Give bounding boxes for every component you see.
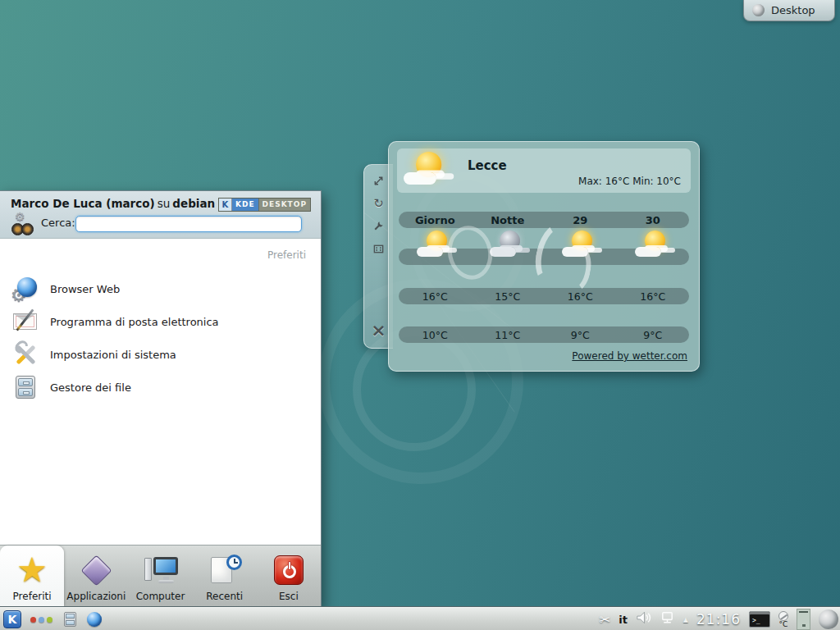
favorite-item-browser-web[interactable]: ⚙ Browser Web (0, 272, 321, 305)
kde-desktop-badge: K KDE DESKTOP (218, 198, 311, 212)
favorites-list: ⚙ Browser Web Programma di posta elettro… (0, 272, 321, 404)
credit-link[interactable]: Powered by wetter.com (572, 350, 687, 362)
column-label: 29 (544, 214, 617, 226)
host-name: debian (172, 197, 215, 210)
rotate-icon[interactable]: ↻ (373, 198, 384, 209)
network-monitor-icon[interactable] (660, 611, 675, 628)
search-binoculars-icon: ⚙ (11, 212, 34, 235)
terminal-tray-icon[interactable]: >_ (749, 611, 770, 628)
resize-icon[interactable] (372, 175, 385, 187)
section-label: Preferiti (267, 249, 306, 261)
day-temp: 16°C (544, 290, 617, 303)
column-label: Giorno (399, 214, 472, 226)
column-label: 30 (617, 214, 690, 226)
kickoff-launcher: Marco De Luca (marco)sudebian K KDE DESK… (0, 190, 322, 607)
bottom-panel: K ✂ it ▲ 21:16 >_ (0, 607, 840, 630)
sun-cloud-icon (635, 231, 671, 258)
item-label: Programma di posta elettronica (50, 316, 219, 328)
computer-monitor-icon (142, 553, 180, 587)
search-input[interactable] (75, 216, 302, 232)
applications-diamond-icon (85, 553, 107, 587)
kmenu-button[interactable]: K (3, 610, 21, 628)
close-icon[interactable]: × (371, 323, 386, 338)
item-label: Gestore dei file (50, 381, 131, 394)
user-name: Marco De Luca (marco) (11, 197, 155, 210)
power-exit-icon (274, 553, 304, 587)
gear-icon: ⚙ (15, 210, 25, 223)
day-temp: 16°C (399, 290, 472, 303)
pager-dot-green (47, 617, 52, 623)
current-condition-sun-cloud-icon (404, 152, 449, 187)
night-temp: 11°C (472, 329, 545, 341)
launcher-user-title: Marco De Luca (marco)sudebian (11, 197, 215, 210)
file-manager-cabinet-icon (12, 374, 39, 400)
sun-cloud-icon (562, 231, 598, 258)
weather-city: Lecce (468, 158, 507, 173)
day-temp: 16°C (617, 290, 690, 303)
night-temp: 9°C (617, 329, 690, 341)
panel-cashew-icon[interactable] (819, 609, 838, 629)
weather-max-min: Max: 16°C Min: 10°C (578, 176, 681, 187)
weather-day-temps: 16°C 15°C 16°C 16°C (399, 288, 689, 304)
favorite-item-system-settings[interactable]: Impostazioni di sistema (0, 338, 321, 371)
favorite-item-email[interactable]: Programma di posta elettronica (0, 305, 321, 338)
desktop-background: Desktop ↻ × Lecce Max: 16°C Min: 10°C Gi… (0, 0, 840, 630)
system-settings-tools-icon (12, 341, 39, 368)
pager-dot-blue (39, 617, 44, 623)
search-row: ⚙ Cerca: (0, 212, 321, 239)
keyboard-layout-indicator[interactable]: it (619, 614, 628, 626)
plasma-cashew-icon (752, 4, 765, 16)
weather-tray-icon[interactable]: °C (778, 611, 788, 628)
moon-cloud-icon (490, 231, 526, 258)
configure-wrench-icon[interactable] (372, 220, 385, 232)
pager-dots[interactable] (30, 617, 52, 623)
column-label: Notte (472, 214, 545, 226)
badge-desktop-label: DESKTOP (258, 199, 310, 211)
system-tray-expand-icon[interactable]: ▲ (683, 616, 688, 623)
weather-header: Lecce Max: 16°C Min: 10°C (397, 148, 691, 193)
panel-left-group: K (3, 608, 102, 630)
browser-task-icon[interactable] (87, 612, 102, 627)
weather-night-temps: 10°C 11°C 9°C 9°C (399, 326, 689, 343)
mini-panel-widget[interactable] (797, 609, 810, 630)
file-manager-task-icon[interactable] (62, 611, 78, 628)
pager-dot-red (30, 617, 36, 623)
weather-widget: Lecce Max: 16°C Min: 10°C Giorno Notte 2… (388, 141, 700, 372)
search-label: Cerca: (41, 217, 75, 229)
weather-gauge-icon (778, 611, 788, 621)
kde-logo-icon: K (219, 199, 232, 211)
tab-recenti[interactable]: Recenti (193, 546, 257, 606)
launcher-header: Marco De Luca (marco)sudebian K KDE DESK… (0, 191, 321, 239)
volume-icon[interactable] (636, 611, 651, 628)
launcher-body: Preferiti ⚙ Browser Web Programma di pos… (0, 240, 321, 545)
tab-applicazioni[interactable]: Applicazioni (64, 546, 128, 606)
item-label: Impostazioni di sistema (50, 349, 176, 361)
mail-envelope-icon (12, 308, 39, 335)
panel-right-group: ✂ it ▲ 21:16 >_ °C (600, 608, 840, 630)
favorite-item-file-manager[interactable]: Gestore dei file (0, 371, 321, 404)
night-temp: 10°C (399, 329, 472, 341)
klipper-scissors-icon[interactable]: ✂ (600, 612, 610, 628)
weather-icons-row (399, 231, 689, 263)
sun-cloud-icon (417, 231, 453, 258)
toolbox-label: Desktop (771, 4, 815, 16)
tab-computer[interactable]: Computer (128, 546, 192, 606)
desktop-toolbox[interactable]: Desktop (743, 0, 835, 21)
day-temp: 15°C (472, 290, 545, 303)
tab-esci[interactable]: Esci (257, 546, 321, 606)
launcher-tab-bar: ★ Preferiti Applicazioni Computer Recent… (0, 545, 321, 606)
weather-column-headers: Giorno Notte 29 30 (399, 212, 689, 228)
digital-clock[interactable]: 21:16 (696, 611, 741, 628)
title-connector: su (158, 197, 171, 210)
tab-preferiti[interactable]: ★ Preferiti (0, 546, 64, 606)
web-browser-globe-icon: ⚙ (12, 276, 39, 302)
star-icon: ★ (16, 553, 48, 587)
badge-kde-label: KDE (232, 199, 258, 211)
widget-settings-icon[interactable] (372, 243, 385, 255)
recent-documents-clock-icon (208, 553, 242, 587)
item-label: Browser Web (50, 283, 120, 295)
night-temp: 9°C (544, 329, 617, 341)
